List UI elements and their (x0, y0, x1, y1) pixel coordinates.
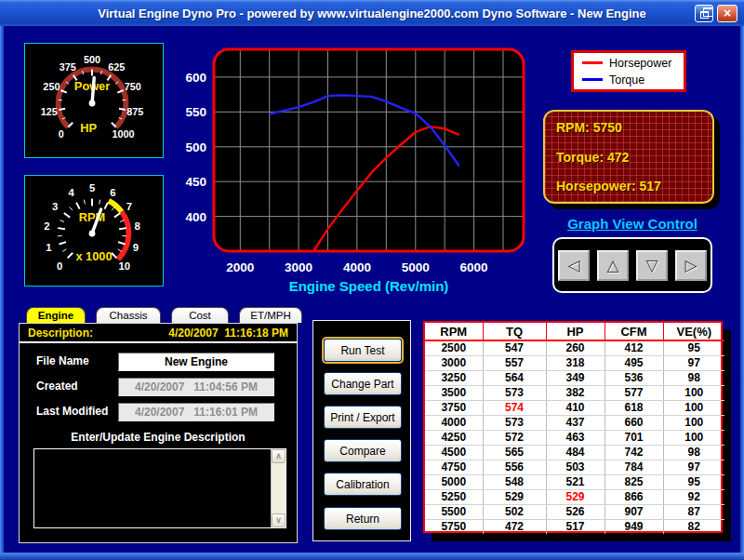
table-cell: 97 (663, 355, 724, 370)
table-cell: 4750 (425, 460, 483, 474)
table-cell: 825 (604, 474, 663, 489)
svg-text:8: 8 (134, 220, 140, 232)
svg-text:750: 750 (125, 81, 141, 92)
svg-text:3000: 3000 (285, 260, 312, 274)
details-panel: Description: 4/20/2007 11:16:18 PM File … (19, 323, 298, 543)
table-cell: 4500 (425, 445, 483, 460)
tab-chassis[interactable]: Chassis (96, 307, 161, 323)
graph-view-control-link[interactable]: Graph View Control (552, 216, 712, 232)
column-header-tq: TQ (483, 323, 546, 340)
table-cell: 484 (546, 445, 604, 460)
table-cell: 410 (546, 400, 604, 415)
description-header: Description: 4/20/2007 11:16:18 PM (20, 324, 297, 343)
readout-horsepower: Horsepower: 517 (556, 179, 701, 193)
readout-torque: Torque: 472 (556, 150, 701, 165)
table-cell: 260 (546, 340, 604, 355)
rpm-gauge-unit: x 1000 (75, 249, 112, 263)
svg-text:875: 875 (126, 106, 143, 117)
table-cell: 3250 (425, 370, 483, 385)
readout-panel: RPM: 5750Torque: 472Horsepower: 517 (543, 110, 714, 204)
table-row: 300055731849597 (425, 355, 724, 370)
table-cell: 784 (604, 460, 663, 474)
table-cell: 472 (483, 519, 546, 534)
graph-pan-right-button[interactable]: ▷ (675, 250, 707, 281)
table-cell: 100 (663, 400, 724, 415)
torque-line-swatch (582, 78, 603, 81)
x-axis-title: Engine Speed (Rev/min) (289, 278, 449, 294)
svg-text:6: 6 (110, 187, 115, 198)
table-cell: 573 (483, 385, 546, 400)
table-cell: 574 (483, 400, 546, 415)
print-export-button[interactable]: Print / Export (324, 406, 402, 429)
table-cell: 437 (546, 415, 604, 430)
column-header-ve: VE(%) (663, 323, 724, 340)
close-button[interactable]: × (717, 5, 737, 22)
return-button[interactable]: Return (324, 507, 402, 530)
table-cell: 526 (546, 504, 604, 519)
dyno-chart: 40045050055060020003000400050006000Engin… (172, 42, 539, 295)
graph-pan-up-button[interactable]: △ (597, 250, 629, 281)
scroll-up-button[interactable]: ∧ (272, 449, 286, 463)
svg-text:4: 4 (69, 187, 75, 198)
power-gauge: 01252503755006257508751000PowerHP (24, 43, 164, 158)
description-timestamp: 4/20/2007 11:16:18 PM (168, 327, 288, 340)
table-cell: 5250 (425, 489, 483, 504)
table-cell: 529 (546, 489, 604, 504)
table-header-row: RPMTQHPCFMVE(%) (425, 323, 724, 340)
field-label-file-name: File Name (36, 354, 89, 367)
svg-text:10: 10 (119, 260, 131, 272)
arrow-right-icon: ▷ (684, 258, 697, 273)
table-cell: 463 (546, 430, 604, 445)
description-scrollbar[interactable]: ∧ ∨ (271, 449, 286, 527)
svg-text:125: 125 (41, 106, 58, 117)
table-row: 3750574410618100 (425, 400, 724, 415)
table-cell: 3750 (425, 400, 483, 415)
description-textarea[interactable] (34, 449, 271, 527)
table-cell: 98 (663, 370, 724, 385)
table-cell: 2500 (425, 340, 483, 355)
table-cell: 547 (483, 340, 546, 355)
run-test-button[interactable]: Run Test (324, 339, 402, 362)
restore-button[interactable] (695, 5, 713, 22)
table-cell: 5000 (425, 474, 483, 489)
app-window: Virtual Engine Dyno Pro - powered by www… (0, 0, 744, 560)
created-field (118, 378, 274, 396)
svg-text:7: 7 (126, 201, 132, 212)
graph-pan-left-button[interactable]: ◁ (558, 250, 590, 281)
tab-bar: EngineChassisCostET/MPH (26, 307, 302, 323)
tab-engine[interactable]: Engine (26, 307, 86, 323)
table-cell: 866 (604, 489, 663, 504)
table-cell: 529 (483, 489, 546, 504)
table-row: 250054726041295 (425, 340, 724, 355)
table-cell: 97 (663, 460, 724, 474)
table-cell: 495 (604, 355, 663, 370)
svg-text:2: 2 (44, 220, 49, 232)
tab-cost[interactable]: Cost (171, 307, 229, 323)
table-cell: 573 (483, 415, 546, 430)
graph-pan-down-button[interactable]: ▽ (636, 250, 668, 281)
svg-text:250: 250 (43, 81, 60, 92)
table-cell: 382 (546, 385, 604, 400)
table-cell: 100 (663, 430, 724, 445)
table-cell: 5500 (425, 504, 483, 519)
scroll-down-button[interactable]: ∨ (272, 513, 286, 527)
svg-text:6000: 6000 (460, 260, 488, 274)
table-row: 525052952986692 (425, 489, 724, 504)
field-label-last-modified: Last Modified (36, 405, 108, 418)
svg-text:375: 375 (60, 61, 76, 73)
column-header-cfm: CFM (604, 323, 663, 340)
title-bar: Virtual Engine Dyno Pro - powered by www… (0, 0, 744, 26)
description-label: Description: (28, 327, 93, 340)
calibration-button[interactable]: Calibration (324, 473, 402, 496)
change-part-button[interactable]: Change Part (324, 372, 402, 395)
file-name-field[interactable] (118, 353, 274, 371)
svg-text:400: 400 (185, 210, 206, 224)
table-row: 450056548474298 (425, 445, 724, 460)
table-cell: 100 (663, 385, 724, 400)
actions-panel: Run TestChange PartPrint / ExportCompare… (312, 320, 411, 541)
svg-text:5: 5 (89, 182, 95, 193)
svg-text:5000: 5000 (402, 260, 430, 274)
table-row: 475055650378497 (425, 460, 724, 474)
compare-button[interactable]: Compare (324, 439, 402, 462)
tab-et-mph[interactable]: ET/MPH (239, 307, 302, 323)
